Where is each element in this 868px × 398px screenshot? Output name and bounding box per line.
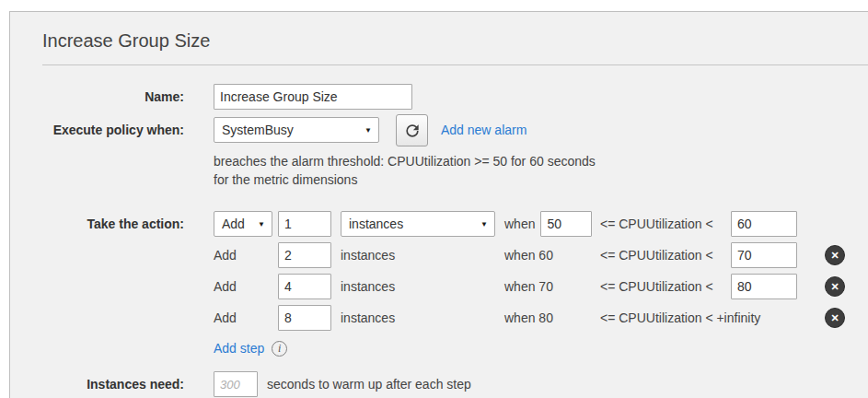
action-verb-text: Add — [214, 279, 272, 294]
caret-down-icon: ▼ — [252, 220, 265, 228]
action-step-row: Add ▼ instances ▼ when <= CPUUtilization… — [214, 211, 797, 237]
take-the-action-label: Take the action: — [20, 211, 184, 231]
action-step-row: Add instances when 80 <= CPUUtilization … — [214, 305, 797, 331]
step-upper-bound-input[interactable] — [731, 242, 797, 268]
when-cell: when — [504, 211, 593, 237]
when-label: when 80 — [504, 310, 593, 325]
step-amount-input[interactable] — [278, 211, 331, 237]
action-unit-text: instances — [341, 248, 495, 263]
when-label: when — [504, 217, 535, 231]
when-label: when 60 — [504, 248, 593, 263]
warmup-seconds-input[interactable] — [214, 371, 258, 397]
add-new-alarm-link[interactable]: Add new alarm — [441, 117, 527, 137]
action-verb-text: Add — [214, 248, 272, 263]
alarm-row: Execute policy when: SystemBusy ▼ Add ne… — [20, 117, 868, 146]
action-verb-text: Add — [214, 310, 272, 325]
step-upper-bound-input[interactable] — [731, 274, 797, 299]
refresh-icon — [403, 122, 422, 140]
action-verb-value: Add — [222, 217, 245, 231]
close-icon: ✕ — [830, 312, 839, 324]
alarm-description: breaches the alarm threshold: CPUUtiliza… — [214, 152, 596, 189]
comparison-label: <= CPUUtilization < — [600, 279, 725, 294]
title-divider — [42, 64, 868, 65]
name-row: Name: — [20, 84, 868, 110]
warmup-suffix-text: seconds to warm up after each step — [267, 371, 471, 392]
comparison-label: <= CPUUtilization < — [600, 217, 725, 231]
comparison-label: <= CPUUtilization < — [600, 248, 725, 263]
close-icon: ✕ — [830, 250, 839, 262]
action-section: Take the action: Add ▼ instances ▼ when … — [20, 211, 868, 358]
alarm-select-value: SystemBusy — [222, 123, 294, 137]
step-upper-bound-input[interactable] — [731, 211, 797, 237]
name-label: Name: — [20, 84, 184, 104]
step-amount-input[interactable] — [278, 242, 331, 268]
caret-down-icon: ▼ — [359, 126, 372, 135]
alarm-description-line2: for the metric dimensions — [214, 170, 596, 189]
spacer — [20, 152, 184, 158]
action-unit-select[interactable]: instances ▼ — [341, 211, 495, 237]
action-unit-value: instances — [349, 217, 403, 231]
action-unit-text: instances — [341, 279, 495, 294]
execute-policy-when-label: Execute policy when: — [20, 117, 184, 137]
add-step-row: Add step i — [214, 338, 797, 358]
info-icon-glyph: i — [278, 342, 281, 356]
warmup-row: Instances need: seconds to warm up after… — [20, 371, 868, 397]
page-title: Increase Group Size — [42, 30, 868, 52]
action-verb-select[interactable]: Add ▼ — [214, 211, 272, 237]
action-step-row: Add instances when 60 <= CPUUtilization … — [214, 242, 797, 268]
comparison-label: <= CPUUtilization < +infinity — [600, 310, 760, 325]
alarm-select[interactable]: SystemBusy ▼ — [214, 117, 379, 143]
close-icon: ✕ — [830, 281, 839, 293]
step-lower-bound-input[interactable] — [540, 211, 592, 237]
scaling-policy-panel: Increase Group Size Name: Execute policy… — [9, 11, 868, 398]
policy-name-input[interactable] — [214, 84, 412, 110]
action-step-row: Add instances when 70 <= CPUUtilization … — [214, 274, 797, 299]
step-amount-input[interactable] — [278, 274, 331, 299]
info-icon[interactable]: i — [272, 341, 287, 357]
refresh-alarms-button[interactable] — [396, 114, 428, 146]
when-label: when 70 — [504, 279, 593, 294]
action-rows: Add ▼ instances ▼ when <= CPUUtilization… — [214, 211, 797, 358]
action-unit-text: instances — [341, 310, 495, 325]
remove-step-button[interactable]: ✕ — [825, 245, 845, 265]
add-step-link[interactable]: Add step — [214, 341, 264, 356]
remove-step-button[interactable]: ✕ — [825, 308, 845, 328]
instances-need-label: Instances need: — [20, 371, 184, 392]
alarm-description-row: breaches the alarm threshold: CPUUtiliza… — [20, 152, 868, 189]
remove-step-button[interactable]: ✕ — [825, 276, 845, 297]
step-amount-input[interactable] — [278, 305, 331, 331]
alarm-description-line1: breaches the alarm threshold: CPUUtiliza… — [214, 152, 596, 170]
caret-down-icon: ▼ — [475, 220, 488, 228]
